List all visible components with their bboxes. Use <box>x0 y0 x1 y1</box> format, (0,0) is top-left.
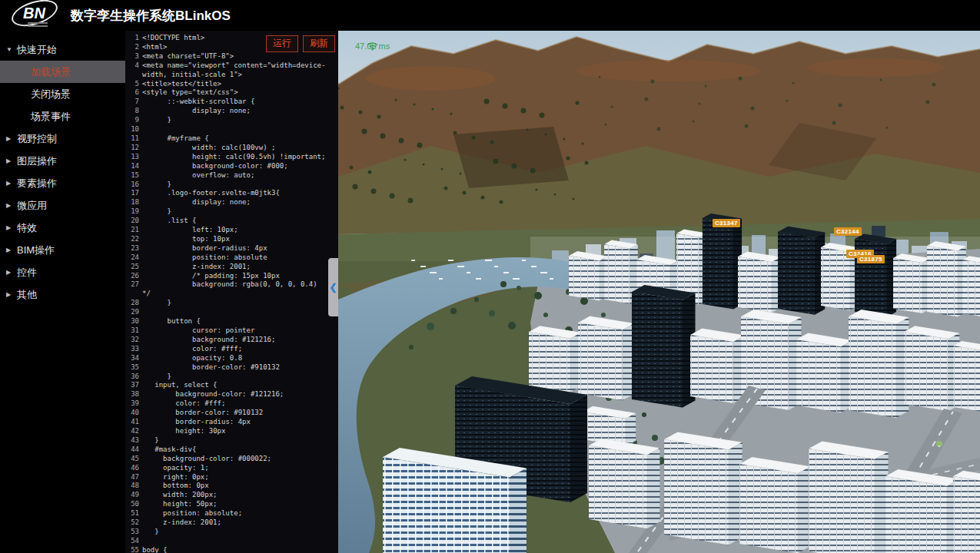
sidebar-item-label: 其他 <box>17 288 37 302</box>
code-line: 25 z-index: 2001; <box>125 263 331 272</box>
code-text: background-color: #000022; <box>142 455 328 464</box>
chevron-right-icon: ▶ <box>6 135 17 142</box>
code-text: opacity: 0.8 <box>142 354 328 363</box>
line-number: 20 <box>125 217 142 226</box>
code-text: position: absolute; <box>142 509 328 518</box>
sidebar-item-label: 图层操作 <box>17 154 57 168</box>
line-number: 42 <box>125 427 142 436</box>
code-line: 20 .list { <box>125 217 331 226</box>
sidebar-subitem[interactable]: 场景事件 <box>0 105 125 127</box>
app-title: 数字孪生操作系统BLinkOS <box>71 7 231 25</box>
code-text: background: rgba(0, 0, 0, 0.4) */ <box>142 280 328 299</box>
line-number: 45 <box>125 455 142 464</box>
line-number: 3 <box>125 52 142 61</box>
sidebar-item-label: 特效 <box>17 221 37 235</box>
code-text: } <box>142 299 328 308</box>
code-text: <style type="text/css"> <box>142 88 328 98</box>
code-text <box>142 308 328 317</box>
line-number: 19 <box>125 207 142 217</box>
sidebar-item-label: 微应用 <box>17 199 47 213</box>
sidebar-item[interactable]: ▶BIM操作 <box>0 239 125 261</box>
code-text <box>142 125 328 134</box>
line-number: 35 <box>125 363 142 373</box>
line-number: 1 <box>125 34 142 43</box>
sidebar-item[interactable]: ▶其他 <box>0 283 125 306</box>
sidebar-item[interactable]: ▶视野控制 <box>0 127 125 150</box>
line-number: 50 <box>125 500 142 509</box>
code-line: 14 background-color: #000; <box>125 162 331 171</box>
sidebar-item[interactable]: ▶图层操作 <box>0 150 125 172</box>
sidebar-subitem-label: 场景事件 <box>31 110 71 124</box>
line-number: 33 <box>125 345 142 354</box>
line-number: 31 <box>125 326 142 336</box>
code-text: display: none; <box>142 107 328 116</box>
code-text: background: #121216; <box>142 336 328 345</box>
sidebar-item[interactable]: ▼快速开始 <box>0 38 125 61</box>
chevron-right-icon: ▶ <box>6 202 17 209</box>
line-number: 9 <box>125 116 142 125</box>
line-number: 39 <box>125 399 142 409</box>
code-line: 46 opacity: 1; <box>125 464 331 473</box>
sidebar-subitem[interactable]: 关闭场景 <box>0 83 125 105</box>
line-number: 22 <box>125 235 142 244</box>
line-number: 24 <box>125 253 142 263</box>
code-line: 54 <box>125 537 331 546</box>
3d-viewport[interactable]: 47.00 ms C31347C32144C32416C31875 <box>338 31 980 553</box>
code-text: cursor: pointer <box>142 326 328 336</box>
sidebar-subitem[interactable]: 加载场景 <box>0 61 125 83</box>
code-line: 27 background: rgba(0, 0, 0, 0.4) */ <box>125 280 331 299</box>
code-editor[interactable]: 1<!DOCTYPE html>2<html>3<meta charset="U… <box>125 34 331 553</box>
code-text: body { <box>142 546 328 553</box>
code-text: top: 10px <box>142 235 328 244</box>
line-number: 43 <box>125 436 142 445</box>
code-text: height: calc(90.5vh) !important; <box>142 153 328 162</box>
code-line: 50 height: 50px; <box>125 500 331 509</box>
sidebar-item-label: BIM操作 <box>17 243 55 257</box>
building-label[interactable]: C32144 <box>834 227 862 236</box>
code-text: bottom: 0px <box>142 482 328 491</box>
refresh-button[interactable]: 刷新 <box>303 35 335 52</box>
code-line: 4<meta name="viewport" content="width=de… <box>125 61 331 80</box>
sidebar-item[interactable]: ▶控件 <box>0 261 125 283</box>
sidebar-item[interactable]: ▶微应用 <box>0 194 125 217</box>
code-editor-panel: 运行 刷新 1<!DOCTYPE html>2<html>3<meta char… <box>125 31 338 553</box>
code-text: border-radius: 4px <box>142 244 328 253</box>
wifi-icon <box>355 41 390 51</box>
line-number: 17 <box>125 189 142 198</box>
code-line: 52 z-index: 2001; <box>125 518 331 528</box>
code-line: 53 } <box>125 528 331 537</box>
code-line: 17 .logo-footer.svelte-m0jtk3{ <box>125 189 331 198</box>
code-text: #myframe { <box>142 134 328 144</box>
sidebar-subitem-label: 加载场景 <box>31 65 71 79</box>
panel-collapse-handle[interactable]: ❮ <box>328 258 338 316</box>
code-text: button { <box>142 317 328 326</box>
code-line: 28 } <box>125 299 331 308</box>
run-button[interactable]: 运行 <box>266 35 298 52</box>
code-text: overflow: auto; <box>142 171 328 180</box>
sidebar-item[interactable]: ▶要素操作 <box>0 172 125 194</box>
code-text: .logo-footer.svelte-m0jtk3{ <box>142 189 328 198</box>
code-line: 24 position: absolute <box>125 253 331 263</box>
line-number: 30 <box>125 317 142 326</box>
network-latency: 47.00 ms <box>355 41 390 51</box>
line-number: 32 <box>125 336 142 345</box>
sidebar-item-label: 快速开始 <box>17 43 57 57</box>
code-text: z-index: 2001; <box>142 263 328 272</box>
sidebar-item[interactable]: ▶特效 <box>0 217 125 239</box>
building-label[interactable]: C31347 <box>713 219 740 227</box>
sidebar-subitem-label: 关闭场景 <box>31 88 71 101</box>
code-text: color: #fff; <box>142 399 328 409</box>
code-line: 26 /* padding: 15px 10px <box>125 272 331 281</box>
line-number: 16 <box>125 180 142 190</box>
code-line: 38 background-color: #121216; <box>125 390 331 399</box>
code-line: 43 } <box>125 436 331 445</box>
code-text <box>142 537 328 546</box>
line-number: 6 <box>125 88 142 98</box>
code-text: width: 200px; <box>142 491 328 500</box>
line-number: 10 <box>125 125 142 134</box>
chevron-down-icon: ▼ <box>6 46 17 53</box>
code-text: <meta name="viewport" content="width=dev… <box>142 61 328 80</box>
code-text: background-color: #000; <box>142 162 328 171</box>
code-text: input, select { <box>142 381 328 390</box>
building-label[interactable]: C31875 <box>857 255 885 263</box>
